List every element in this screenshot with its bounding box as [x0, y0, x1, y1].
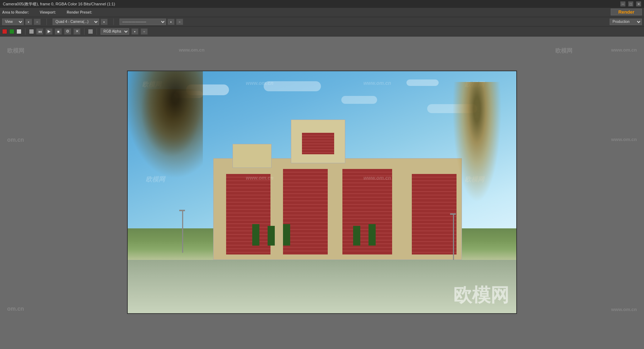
- cloud-4: [341, 96, 377, 104]
- toolbar-btn-2[interactable]: ▶: [45, 28, 53, 35]
- production-select[interactable]: Production: [610, 19, 642, 25]
- title-bar: Camera005(教学楼), frame 0, RGBA Color 16 B…: [0, 0, 644, 8]
- channel-icon-2[interactable]: ▫: [141, 28, 148, 35]
- separator-5: [97, 28, 97, 35]
- area-icon-2[interactable]: ▫: [34, 19, 41, 25]
- render-preset-label: Render Preset:: [67, 10, 92, 14]
- render-preset-group: Render Preset:: [67, 10, 92, 14]
- watermark-top-right: 欧模网: [555, 47, 572, 55]
- building-base: [213, 158, 462, 260]
- small-tree-5: [369, 224, 376, 246]
- toolbar-btn-1[interactable]: ⏮: [36, 28, 43, 35]
- render-button[interactable]: Render: [611, 9, 642, 15]
- img-watermark-6: www.om.cn: [246, 175, 273, 181]
- window-title: Camera005(教学楼), frame 0, RGBA Color 16 B…: [3, 1, 115, 7]
- main-render-area: 欧模网 www.om.cn 欧模网 www.om.cn om.cn www.om…: [0, 37, 644, 348]
- watermark-bottom-left: om.cn: [7, 306, 24, 312]
- small-tree-2: [268, 226, 275, 246]
- preset-icon-1[interactable]: ▪: [167, 19, 175, 25]
- toolbar2: ⏮ ▶ ■ ⚙ ✕ RGB Alpha RGB Alpha Red Green …: [0, 26, 644, 37]
- watermark-bottom-right: www.om.cn: [611, 307, 637, 312]
- separator-2: [113, 19, 114, 25]
- tree-right: [448, 82, 506, 218]
- area-render-label: Area to Render:: [2, 10, 29, 14]
- small-tree-3: [283, 224, 290, 246]
- viewport-group: Viewport:: [40, 10, 56, 14]
- restore-button[interactable]: □: [628, 1, 633, 6]
- render-top-right: Render: [611, 9, 642, 15]
- img-watermark-2: www.om.cn: [246, 80, 273, 86]
- brick-center-right: [342, 169, 392, 255]
- toolbar-header: Area to Render: Viewport: Render Preset:…: [0, 8, 644, 17]
- cloud-6: [406, 79, 439, 86]
- small-tree-1: [252, 224, 259, 246]
- separator-1: [47, 19, 47, 25]
- viewport-control: Quad 4 - Camera(...) ▪: [53, 19, 108, 25]
- toolbar-controls: View ▪ ▫ Quad 4 - Camera(...) ▪ --------…: [0, 17, 644, 26]
- toolbar-btn-4[interactable]: ⚙: [64, 28, 71, 35]
- viewport-label: Viewport:: [40, 10, 56, 14]
- minimize-button[interactable]: ─: [620, 1, 625, 6]
- street-lamp-left: [182, 210, 183, 253]
- watermark-right-mid: www.om.cn: [611, 137, 637, 142]
- separator-3: [25, 28, 25, 35]
- window-controls: ─ □ ✕: [620, 1, 641, 6]
- left-tower: [233, 144, 272, 168]
- area-render-select[interactable]: View: [2, 19, 24, 25]
- watermark-left-mid: om.cn: [7, 137, 24, 143]
- toolbar-btn-5[interactable]: ✕: [73, 28, 80, 35]
- watermark-right: www.om.cn: [611, 47, 637, 53]
- dot-white[interactable]: [16, 29, 21, 34]
- close-button[interactable]: ✕: [636, 1, 641, 6]
- img-watermark-4: www.om.cn: [364, 80, 391, 86]
- area-icon-1[interactable]: ▪: [25, 19, 32, 25]
- render-preset-select[interactable]: --------------------: [119, 19, 166, 25]
- dot-green[interactable]: [9, 29, 14, 34]
- channel-select[interactable]: RGB Alpha RGB Alpha Red Green Blue: [101, 28, 129, 35]
- dot-gray[interactable]: [29, 29, 34, 34]
- channel-icon-1[interactable]: ▪: [131, 28, 138, 35]
- area-render-group: Area to Render:: [2, 10, 29, 14]
- preset-icon-2[interactable]: ▫: [176, 19, 183, 25]
- render-preset-control: -------------------- ▪ ▫: [119, 19, 183, 25]
- building-scene: 欧模网 www.om.cn 欧模网 www.om.cn 欧模网 www.om.c…: [128, 71, 516, 313]
- separator-4: [84, 28, 84, 35]
- viewport-select[interactable]: Quad 4 - Camera(...): [53, 19, 99, 25]
- lamp-arm: [179, 210, 185, 211]
- watermark-top-left: 欧模网: [7, 47, 24, 55]
- area-render-control: View ▪ ▫: [2, 19, 41, 25]
- watermark-top-center: www.om.cn: [179, 47, 205, 53]
- color-swatch: [88, 29, 93, 34]
- dot-red[interactable]: [2, 29, 7, 34]
- toolbar-btn-3[interactable]: ■: [55, 28, 62, 35]
- brick-left: [226, 174, 271, 255]
- center-tower: [291, 120, 345, 163]
- img-watermark-8: www.om.cn: [364, 175, 391, 181]
- tree-left: [128, 71, 203, 179]
- tower-brick: [302, 133, 334, 154]
- small-tree-4: [353, 226, 360, 246]
- viewport-icon[interactable]: ▪: [101, 19, 108, 25]
- street-lamp-right: [453, 213, 454, 260]
- render-frame: 欧模网 www.om.cn 欧模网 www.om.cn 欧模网 www.om.c…: [127, 71, 517, 314]
- road-layer: [128, 260, 516, 313]
